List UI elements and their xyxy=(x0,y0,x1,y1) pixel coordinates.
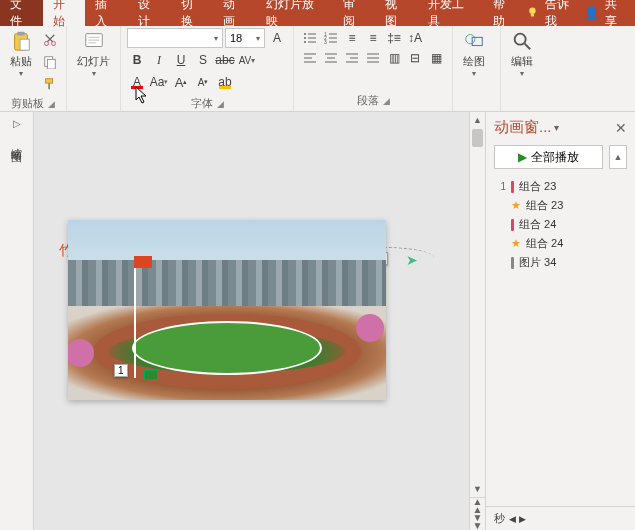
svg-rect-10 xyxy=(48,83,50,89)
animation-pane-footer: 秒 ◀ ▶ xyxy=(486,506,635,530)
paste-icon xyxy=(10,30,32,52)
font-size-combo[interactable]: 18▾ xyxy=(225,28,265,48)
justify-button[interactable] xyxy=(363,48,383,68)
animation-item-label: 组合 24 xyxy=(519,217,556,232)
align-text-button[interactable]: ⊟ xyxy=(405,48,425,68)
decrease-indent-button[interactable]: ≡ xyxy=(342,28,362,48)
line-spacing-button[interactable]: ‡≡ xyxy=(384,28,404,48)
increase-indent-button[interactable]: ≡ xyxy=(363,28,383,48)
highlight-button[interactable]: ab xyxy=(215,72,235,92)
italic-button[interactable]: I xyxy=(149,50,169,70)
drawing-button[interactable]: 绘图 ▾ xyxy=(459,28,489,80)
align-left-button[interactable] xyxy=(300,48,320,68)
emphasis-icon: ★ xyxy=(511,237,521,250)
svg-rect-9 xyxy=(46,79,53,83)
svg-point-41 xyxy=(515,34,526,45)
scroll-up-button[interactable]: ▲ xyxy=(470,112,485,128)
font-launcher[interactable]: ◢ xyxy=(217,99,224,109)
shapes-icon xyxy=(463,30,485,52)
shadow-button[interactable]: S xyxy=(193,50,213,70)
flag-object[interactable] xyxy=(144,370,158,380)
shrink-font-button[interactable]: A▾ xyxy=(193,72,213,92)
share-button[interactable]: 共享 xyxy=(605,0,627,30)
clipboard-launcher[interactable]: ◢ xyxy=(48,99,55,109)
change-case-button[interactable]: Aa▾ xyxy=(149,72,169,92)
expand-outline-icon[interactable]: ▷ xyxy=(13,118,21,129)
animation-list: 1组合 23 ★组合 23 组合 24 ★组合 24 图片 34 xyxy=(486,173,635,276)
ribbon: 粘贴 ▾ 剪贴板◢ 幻灯片 xyxy=(0,26,635,112)
animation-item[interactable]: 组合 24 xyxy=(492,215,629,234)
bold-button[interactable]: B xyxy=(127,50,147,70)
svg-rect-4 xyxy=(20,39,29,50)
group-editing: 编辑 ▾ xyxy=(501,26,549,111)
animation-tag-2[interactable]: 1 xyxy=(114,364,128,377)
chevron-down-icon: ▾ xyxy=(520,69,524,78)
tab-slideshow[interactable]: 幻灯片放映 xyxy=(256,0,333,26)
tab-developer[interactable]: 开发工具 xyxy=(418,0,483,26)
copy-button[interactable] xyxy=(40,52,60,72)
animation-item[interactable]: ★组合 23 xyxy=(492,196,629,215)
editing-label: 编辑 xyxy=(511,54,533,69)
numbering-button[interactable]: 123 xyxy=(321,28,341,48)
cut-button[interactable] xyxy=(40,30,60,50)
motion-path-icon xyxy=(511,257,514,269)
chevron-down-icon: ▾ xyxy=(19,69,23,78)
svg-text:3: 3 xyxy=(324,39,327,45)
strikethrough-button[interactable]: abc xyxy=(215,50,235,70)
tab-home[interactable]: 开始 xyxy=(43,0,86,26)
outline-pane-collapsed[interactable]: ▷ 缩略图 xyxy=(0,112,34,530)
tab-insert[interactable]: 插入 xyxy=(85,0,128,26)
play-all-button[interactable]: ▶ 全部播放 xyxy=(494,145,603,169)
ribbon-tabs: 文件 开始 插入 设计 切换 动画 幻灯片放映 审阅 视图 开发工具 帮助 告诉… xyxy=(0,0,635,26)
emphasis-icon: ★ xyxy=(511,199,521,212)
align-right-button[interactable] xyxy=(342,48,362,68)
animation-item[interactable]: ★组合 24 xyxy=(492,234,629,253)
tab-view[interactable]: 视图 xyxy=(375,0,418,26)
scroll-down-button[interactable]: ▼ xyxy=(470,481,485,497)
bullets-button[interactable] xyxy=(300,28,320,48)
font-family-combo[interactable]: ▾ xyxy=(127,28,223,48)
tab-review[interactable]: 审阅 xyxy=(333,0,376,26)
animation-item[interactable]: 1组合 23 xyxy=(492,177,629,196)
animation-item-label: 组合 24 xyxy=(526,236,563,251)
columns-button[interactable]: ▥ xyxy=(384,48,404,68)
tab-design[interactable]: 设计 xyxy=(128,0,171,26)
slide-canvas[interactable]: 竹 1 ➤ 1 ▲ ▼ ▲▲ xyxy=(34,112,485,530)
path-end-icon: ➤ xyxy=(406,252,418,268)
align-center-button[interactable] xyxy=(321,48,341,68)
svg-point-5 xyxy=(44,41,48,45)
tab-file[interactable]: 文件 xyxy=(0,0,43,26)
char-spacing-button[interactable]: AV▾ xyxy=(237,50,257,70)
pane-options-icon[interactable]: ▾ xyxy=(554,122,559,133)
group-slides: 幻灯片 ▾ xyxy=(67,26,121,111)
text-direction-button[interactable]: ↕A xyxy=(405,28,425,48)
play-all-label: 全部播放 xyxy=(531,149,579,166)
paragraph-launcher[interactable]: ◢ xyxy=(383,96,390,106)
new-slide-icon xyxy=(83,30,105,52)
format-painter-button[interactable] xyxy=(40,74,60,94)
smartart-button[interactable]: ▦ xyxy=(426,48,446,68)
next-slide-button[interactable]: ▼▼ xyxy=(470,514,485,530)
tellme[interactable]: 告诉我 xyxy=(545,0,578,30)
editing-button[interactable]: 编辑 ▾ xyxy=(507,28,537,80)
tab-help[interactable]: 帮助 xyxy=(483,0,526,26)
grow-font-button[interactable]: A▴ xyxy=(171,72,191,92)
share-icon[interactable]: 👤 xyxy=(584,6,599,20)
move-up-button[interactable]: ▲ xyxy=(609,145,627,169)
underline-button[interactable]: U xyxy=(171,50,191,70)
clear-formatting-button[interactable]: A xyxy=(267,28,287,48)
tab-animations[interactable]: 动画 xyxy=(213,0,256,26)
animation-pane-title: 动画窗... xyxy=(494,118,552,137)
play-icon: ▶ xyxy=(518,150,527,164)
font-color-button[interactable]: A xyxy=(127,72,147,92)
timeline-zoom-icon[interactable]: ◀ ▶ xyxy=(509,514,526,524)
font-size-value: 18 xyxy=(230,32,242,44)
animation-item[interactable]: 图片 34 xyxy=(492,253,629,272)
close-pane-button[interactable]: ✕ xyxy=(615,120,627,136)
flagpole xyxy=(134,258,136,378)
group-drawing: 绘图 ▾ xyxy=(453,26,501,111)
paste-button[interactable]: 粘贴 ▾ xyxy=(6,28,36,80)
tab-transitions[interactable]: 切换 xyxy=(171,0,214,26)
slides-button[interactable]: 幻灯片 ▾ xyxy=(73,28,114,80)
vertical-scrollbar[interactable]: ▲ ▼ ▲▲ ▼▼ xyxy=(469,112,485,530)
